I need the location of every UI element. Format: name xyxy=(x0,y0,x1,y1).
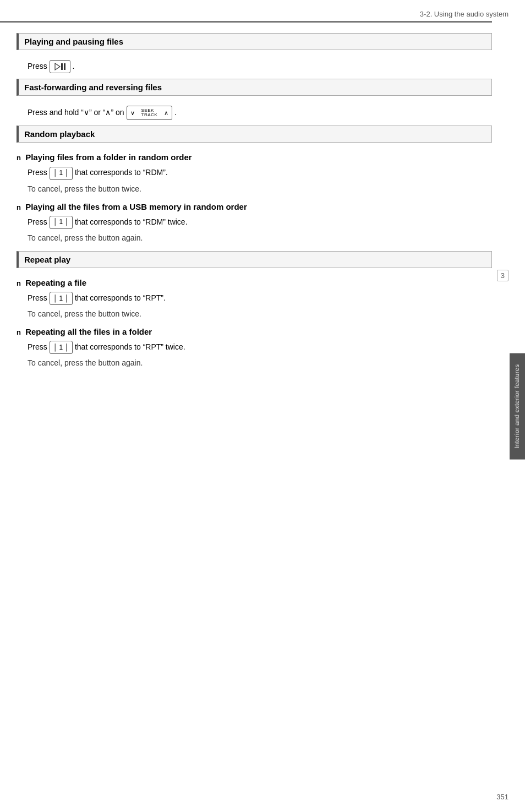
repeat-sub1-step1: Press │ 1 │ that corresponds to “RPT”. xyxy=(28,292,492,305)
repeat-subsection-1: n Repeating a file Press │ 1 │ that corr… xyxy=(17,278,492,318)
repeat-sub1-text: that corresponds to “RPT”. xyxy=(75,293,166,302)
seek-label: SEEKTRACK xyxy=(141,108,158,117)
random-sub1-note: To cancel, press the button twice. xyxy=(28,184,492,193)
main-content: Playing and pausing files Press . Fast-f… xyxy=(17,33,492,376)
play-pause-svg xyxy=(54,63,65,70)
seek-arrows: ∨ SEEKTRACK ∧ xyxy=(130,108,169,117)
number-button-icon-r2: │ 1 │ xyxy=(50,216,73,229)
random-sub2-note: To cancel, press the button again. xyxy=(28,233,492,242)
section-fast-forward: Fast-forwarding and reversing files Pres… xyxy=(17,79,492,120)
random-sub2-title: Playing all the files from a USB memory … xyxy=(25,202,247,211)
random-sub1-press-text: Press xyxy=(28,168,50,177)
random-sub1-title-row: n Playing files from a folder in random … xyxy=(17,152,492,162)
section-random: Random playback n Playing files from a f… xyxy=(17,126,492,242)
section-playing-pausing: Playing and pausing files Press . xyxy=(17,33,492,73)
repeat-sub1-note: To cancel, press the button twice. xyxy=(28,309,492,318)
fast-forward-instruction: Press and hold “∨” or “∧” on ∨ SEEKTRACK… xyxy=(28,106,492,120)
section-title-playing: Playing and pausing files xyxy=(24,37,123,46)
repeat-sub1-press-text: Press xyxy=(28,293,50,302)
random-sub1-step1: Press │ 1 │ that corresponds to “RDM”. xyxy=(28,166,492,179)
n-label-random-2: n xyxy=(17,203,21,211)
playing-instruction: Press . xyxy=(28,60,492,73)
section-box-playing: Playing and pausing files xyxy=(17,33,492,50)
number-button-icon-rp2: │ 1 │ xyxy=(50,341,73,354)
n-label-repeat-1: n xyxy=(17,279,21,287)
repeat-sub2-text: that corresponds to “RPT” twice. xyxy=(75,342,185,351)
repeat-sub1-title-row: n Repeating a file xyxy=(17,278,492,287)
fast-forward-text: Press and hold “∨” or “∧” on xyxy=(28,108,127,117)
section-box-random: Random playback xyxy=(17,126,492,143)
random-sub2-text: that corresponds to “RDM” twice. xyxy=(75,217,188,226)
section-title-fast-forward: Fast-forwarding and reversing files xyxy=(24,83,162,92)
playing-text-after: . xyxy=(73,62,75,70)
repeat-sub2-press-text: Press xyxy=(28,342,50,351)
repeat-sub2-title: Repeating all the files in a folder xyxy=(25,327,152,336)
random-sub2-title-row: n Playing all the files from a USB memor… xyxy=(17,202,492,211)
n-label-random-1: n xyxy=(17,154,21,162)
repeat-sub2-note: To cancel, press the button again. xyxy=(28,358,492,367)
seek-inner: ∨ SEEKTRACK ∧ xyxy=(130,108,169,117)
random-subsection-2: n Playing all the files from a USB memor… xyxy=(17,202,492,242)
header-title: 3-2. Using the audio system xyxy=(420,10,508,18)
seek-track-button-icon: ∨ SEEKTRACK ∧ xyxy=(127,106,173,120)
svg-marker-0 xyxy=(55,63,60,70)
n-label-repeat-2: n xyxy=(17,328,21,336)
playing-text-before: Press xyxy=(28,62,50,70)
seek-down-arrow: ∨ xyxy=(130,110,135,116)
fast-forward-text-after: . xyxy=(174,108,177,117)
repeat-subsection-2: n Repeating all the files in a folder Pr… xyxy=(17,327,492,367)
sidebar-tab: Interior and exterior features xyxy=(510,353,525,459)
section-repeat: Repeat play n Repeating a file Press │ 1… xyxy=(17,251,492,368)
random-sub2-press-text: Press xyxy=(28,217,50,226)
random-subsection-1: n Playing files from a folder in random … xyxy=(17,152,492,193)
chapter-number: 3 xyxy=(497,270,508,281)
play-pause-button-icon xyxy=(50,60,70,73)
number-button-icon-r1: │ 1 │ xyxy=(50,167,73,180)
repeat-sub2-title-row: n Repeating all the files in a folder xyxy=(17,327,492,336)
section-box-repeat: Repeat play xyxy=(17,251,492,268)
section-title-repeat: Repeat play xyxy=(24,255,70,264)
page-header: 3-2. Using the audio system xyxy=(420,10,508,18)
section-box-fast-forward: Fast-forwarding and reversing files xyxy=(17,79,492,96)
section-title-random: Random playback xyxy=(24,129,95,139)
random-sub1-title: Playing files from a folder in random or… xyxy=(25,152,192,162)
svg-rect-2 xyxy=(64,63,65,70)
number-button-icon-rp1: │ 1 │ xyxy=(50,292,73,305)
seek-up-arrow: ∧ xyxy=(164,110,168,116)
repeat-sub2-step1: Press │ 1 │ that corresponds to “RPT” tw… xyxy=(28,341,492,354)
svg-rect-1 xyxy=(61,63,63,70)
header-divider xyxy=(0,21,492,23)
random-sub1-text: that corresponds to “RDM”. xyxy=(75,168,168,177)
footer-page-number: 351 xyxy=(496,793,508,801)
random-sub2-step1: Press │ 1 │ that corresponds to “RDM” tw… xyxy=(28,216,492,229)
repeat-sub1-title: Repeating a file xyxy=(25,278,86,287)
